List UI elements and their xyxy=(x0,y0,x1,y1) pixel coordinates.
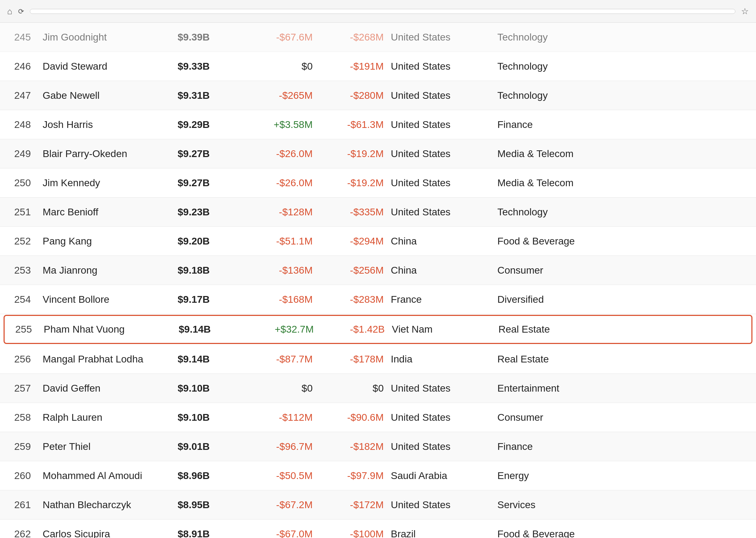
rank-cell: 250 xyxy=(11,176,39,190)
ytd-change-cell: -$294M xyxy=(316,234,387,248)
daily-change-cell: -$67.6M xyxy=(245,30,316,44)
ytd-change-cell: -$191M xyxy=(316,59,387,74)
country-cell: India xyxy=(387,352,494,366)
ytd-change-cell: -$335M xyxy=(316,205,387,219)
ytd-change-cell: -$97.9M xyxy=(316,469,387,483)
industry-cell: Consumer xyxy=(494,263,608,278)
industry-cell: Technology xyxy=(494,30,608,44)
networth-cell: $8.95B xyxy=(174,498,245,512)
name-cell[interactable]: Josh Harris xyxy=(39,118,174,132)
industry-cell: Technology xyxy=(494,88,608,103)
table-row[interactable]: 253 Ma Jianrong $9.18B -$136M -$256M Chi… xyxy=(0,256,756,285)
table-row[interactable]: 261 Nathan Blecharczyk $8.95B -$67.2M -$… xyxy=(0,490,756,520)
daily-change-cell: -$112M xyxy=(245,410,316,425)
table-row[interactable]: 262 Carlos Sicupira $8.91B -$67.0M -$100… xyxy=(0,520,756,538)
rank-cell: 252 xyxy=(11,234,39,248)
table-row[interactable]: 255 Pham Nhat Vuong $9.14B +$32.7M -$1.4… xyxy=(4,315,752,344)
table-row[interactable]: 252 Pang Kang $9.20B -$51.1M -$294M Chin… xyxy=(0,227,756,256)
networth-cell: $9.31B xyxy=(174,88,245,103)
name-cell[interactable]: Pang Kang xyxy=(39,234,174,248)
daily-change-cell: -$265M xyxy=(245,88,316,103)
name-cell[interactable]: Marc Benioff xyxy=(39,205,174,219)
name-cell[interactable]: Jim Kennedy xyxy=(39,176,174,190)
industry-cell: Technology xyxy=(494,59,608,74)
table-row[interactable]: 251 Marc Benioff $9.23B -$128M -$335M Un… xyxy=(0,198,756,227)
industry-cell: Food & Beverage xyxy=(494,234,608,248)
name-cell[interactable]: Blair Parry-Okeden xyxy=(39,147,174,161)
networth-cell: $9.33B xyxy=(174,59,245,74)
country-cell: France xyxy=(387,292,494,307)
ytd-change-cell: -$100M xyxy=(316,527,387,538)
industry-cell: Technology xyxy=(494,205,608,219)
industry-cell: Entertainment xyxy=(494,381,608,396)
table-row[interactable]: 247 Gabe Newell $9.31B -$265M -$280M Uni… xyxy=(0,81,756,110)
ytd-change-cell: -$19.2M xyxy=(316,176,387,190)
rank-cell: 247 xyxy=(11,88,39,103)
daily-change-cell: -$128M xyxy=(245,205,316,219)
ytd-change-cell: -$90.6M xyxy=(316,410,387,425)
ytd-change-cell: -$280M xyxy=(316,88,387,103)
country-cell: Brazil xyxy=(387,527,494,538)
name-cell[interactable]: Ralph Lauren xyxy=(39,410,174,425)
industry-cell: Real Estate xyxy=(494,352,608,366)
country-cell: China xyxy=(387,263,494,278)
ytd-change-cell: -$178M xyxy=(316,352,387,366)
networth-cell: $9.23B xyxy=(174,205,245,219)
industry-cell: Media & Telecom xyxy=(494,176,608,190)
industry-cell: Diversified xyxy=(494,292,608,307)
table-row[interactable]: 245 Jim Goodnight $9.39B -$67.6M -$268M … xyxy=(0,23,756,52)
daily-change-cell: -$26.0M xyxy=(245,147,316,161)
table-row[interactable]: 249 Blair Parry-Okeden $9.27B -$26.0M -$… xyxy=(0,139,756,168)
table-row[interactable]: 259 Peter Thiel $9.01B -$96.7M -$182M Un… xyxy=(0,432,756,461)
networth-cell: $8.91B xyxy=(174,527,245,538)
home-icon[interactable]: ⌂ xyxy=(7,6,12,16)
rank-cell: 260 xyxy=(11,469,39,483)
bookmark-icon[interactable]: ☆ xyxy=(741,6,749,16)
table-row[interactable]: 257 David Geffen $9.10B $0 $0 United Sta… xyxy=(0,374,756,403)
table-row[interactable]: 250 Jim Kennedy $9.27B -$26.0M -$19.2M U… xyxy=(0,168,756,198)
daily-change-cell: -$96.7M xyxy=(245,440,316,454)
ytd-change-cell: -$268M xyxy=(316,30,387,44)
name-cell[interactable]: Carlos Sicupira xyxy=(39,527,174,538)
name-cell[interactable]: Jim Goodnight xyxy=(39,30,174,44)
name-cell[interactable]: Mohammed Al Amoudi xyxy=(39,469,174,483)
browser-chrome: ⌂ ⟳ ☆ xyxy=(0,0,756,23)
table-row[interactable]: 246 David Steward $9.33B $0 -$191M Unite… xyxy=(0,52,756,81)
ytd-change-cell: -$61.3M xyxy=(316,118,387,132)
rank-cell: 246 xyxy=(11,59,39,74)
name-cell[interactable]: David Geffen xyxy=(39,381,174,396)
industry-cell: Services xyxy=(494,498,608,512)
industry-cell: Media & Telecom xyxy=(494,147,608,161)
country-cell: United States xyxy=(387,147,494,161)
daily-change-cell: -$26.0M xyxy=(245,176,316,190)
name-cell[interactable]: Pham Nhat Vuong xyxy=(40,322,175,337)
ytd-change-cell: -$172M xyxy=(316,498,387,512)
table-row[interactable]: 254 Vincent Bollore $9.17B -$168M -$283M… xyxy=(0,285,756,314)
name-cell[interactable]: Ma Jianrong xyxy=(39,263,174,278)
ytd-change-cell: -$283M xyxy=(316,292,387,307)
name-cell[interactable]: Nathan Blecharczyk xyxy=(39,498,174,512)
table-row[interactable]: 256 Mangal Prabhat Lodha $9.14B -$87.7M … xyxy=(0,345,756,374)
name-cell[interactable]: Vincent Bollore xyxy=(39,292,174,307)
table-row[interactable]: 260 Mohammed Al Amoudi $8.96B -$50.5M -$… xyxy=(0,461,756,490)
name-cell[interactable]: Peter Thiel xyxy=(39,440,174,454)
networth-cell: $9.14B xyxy=(175,322,246,337)
name-cell[interactable]: David Steward xyxy=(39,59,174,74)
table-row[interactable]: 248 Josh Harris $9.29B +$3.58M -$61.3M U… xyxy=(0,110,756,139)
reload-icon[interactable]: ⟳ xyxy=(18,7,24,16)
name-cell[interactable]: Mangal Prabhat Lodha xyxy=(39,352,174,366)
rank-cell: 262 xyxy=(11,527,39,538)
table-row[interactable]: 258 Ralph Lauren $9.10B -$112M -$90.6M U… xyxy=(0,403,756,432)
billionaires-table: 245 Jim Goodnight $9.39B -$67.6M -$268M … xyxy=(0,23,756,538)
daily-change-cell: $0 xyxy=(245,381,316,396)
address-bar[interactable] xyxy=(30,9,736,14)
rank-cell: 248 xyxy=(11,118,39,132)
networth-cell: $9.17B xyxy=(174,292,245,307)
networth-cell: $9.10B xyxy=(174,410,245,425)
rank-cell: 254 xyxy=(11,292,39,307)
daily-change-cell: +$3.58M xyxy=(245,118,316,132)
networth-cell: $9.20B xyxy=(174,234,245,248)
country-cell: China xyxy=(387,234,494,248)
name-cell[interactable]: Gabe Newell xyxy=(39,88,174,103)
rank-cell: 256 xyxy=(11,352,39,366)
